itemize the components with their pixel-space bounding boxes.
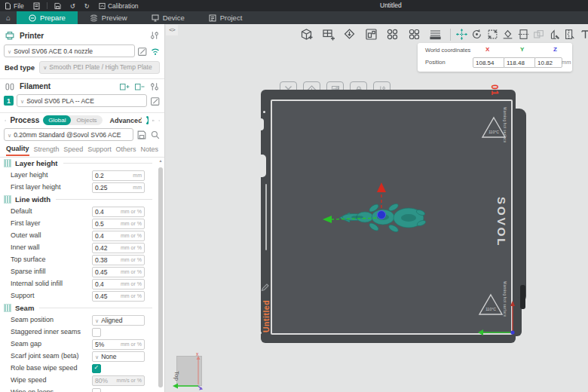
tab-preview[interactable]: Preview: [78, 11, 139, 24]
gizmo-y-arrow[interactable]: [323, 216, 332, 223]
seam-paint-icon[interactable]: [563, 28, 576, 41]
compare-presets-icon[interactable]: [158, 115, 160, 126]
process-tab-notes[interactable]: Notes: [140, 144, 158, 155]
filament-slot-badge[interactable]: 1: [4, 96, 14, 106]
param-row: Seam gap5%mm or %: [0, 338, 157, 350]
text-tool-icon[interactable]: [579, 28, 588, 41]
merge-icon[interactable]: [532, 28, 545, 41]
process-tab-strength[interactable]: Strength: [33, 144, 59, 155]
lay-on-face-icon[interactable]: [501, 28, 514, 41]
select-input[interactable]: None: [92, 351, 145, 362]
split-to-objects-icon[interactable]: [385, 27, 400, 41]
split-to-parts-icon[interactable]: [407, 27, 421, 41]
filament-settings-icon[interactable]: [149, 81, 160, 92]
checkbox[interactable]: [92, 328, 101, 337]
section-icon: [4, 195, 11, 204]
auto-orient-icon[interactable]: [342, 27, 357, 41]
input-unit: mm/s or %: [117, 378, 142, 383]
calibration-menu[interactable]: Calibration: [94, 0, 143, 11]
bed-type-select[interactable]: Smooth PEI Plate / High Temp Plate: [39, 61, 160, 74]
value-input[interactable]: 0.45mm or %: [92, 291, 145, 302]
model-object[interactable]: [320, 179, 433, 247]
save-preset-icon[interactable]: [136, 130, 147, 140]
param-row: Support0.45mm or %: [0, 289, 157, 302]
edit-printer-icon[interactable]: [137, 46, 148, 57]
value-input[interactable]: 0.4mm or %: [92, 279, 145, 289]
tab-prepare[interactable]: Prepare: [17, 11, 78, 24]
dropdown-caret-icon: [95, 317, 101, 324]
parameter-scrollbar[interactable]: ▲: [158, 158, 164, 390]
file-menu[interactable]: File: [0, 0, 29, 11]
value-input[interactable]: 0.25mm: [92, 182, 145, 193]
plate-screw-dot: [263, 111, 265, 113]
collapse-panel-button[interactable]: <>: [166, 25, 178, 35]
position-z-input[interactable]: 10.82: [534, 57, 562, 68]
value-input[interactable]: 0.38mm or %: [92, 255, 145, 265]
process-tab-support[interactable]: Support: [87, 144, 112, 155]
support-paint-icon[interactable]: [548, 28, 561, 41]
process-tab-others[interactable]: Others: [116, 144, 136, 155]
process-preset-select[interactable]: 0.20mm Standard @Sovol SV06 ACE: [4, 128, 133, 141]
position-x-input[interactable]: 108.54: [473, 57, 505, 68]
plate-clip-notch: [259, 118, 264, 130]
add-filament-icon[interactable]: [119, 81, 130, 92]
viewport-3d[interactable]: <> World coordinates X Y Z Position 108.…: [165, 24, 588, 392]
input-unit: mm or %: [121, 209, 142, 214]
process-tab-quality[interactable]: Quality: [6, 143, 29, 156]
search-preset-icon[interactable]: [150, 130, 161, 140]
redo-button[interactable]: ↻: [80, 0, 94, 11]
plate-name-label[interactable]: Untitled: [262, 300, 271, 332]
position-y-input[interactable]: 118.48: [504, 57, 536, 68]
notes-button[interactable]: [29, 0, 44, 11]
printer-settings-icon[interactable]: [149, 30, 160, 41]
edit-filament-icon[interactable]: [150, 96, 161, 106]
input-unit: mm or %: [121, 341, 142, 347]
tab-device[interactable]: Device: [139, 11, 197, 24]
rotate-tool-icon[interactable]: [470, 28, 483, 41]
printer-preset-select[interactable]: Sovol SV06 ACE 0.4 nozzle: [4, 44, 135, 57]
value-input[interactable]: 5%mm or %: [92, 339, 145, 350]
value-input[interactable]: 0.5mm or %: [92, 219, 145, 229]
scroll-up-icon[interactable]: ▲: [158, 158, 164, 163]
process-scope-toggle[interactable]: Global Objects: [43, 115, 102, 125]
add-plate-icon[interactable]: [321, 27, 335, 41]
value-input[interactable]: 80%mm/s or %: [92, 375, 145, 386]
scope-objects[interactable]: Objects: [71, 117, 102, 124]
section-title: Layer height: [15, 159, 58, 167]
param-table-icon[interactable]: [152, 115, 154, 126]
scrollbar-thumb[interactable]: [158, 167, 163, 387]
scale-tool-icon[interactable]: [486, 28, 499, 41]
cut-tool-icon[interactable]: [517, 28, 530, 41]
process-tab-speed[interactable]: Speed: [63, 144, 83, 155]
select-input[interactable]: Aligned: [92, 315, 145, 326]
value-input[interactable]: 0.4mm or %: [92, 207, 145, 217]
section-header-seam[interactable]: Seam: [0, 302, 157, 314]
gizmo-x-arrow[interactable]: [377, 182, 386, 192]
home-button[interactable]: ⌂: [0, 11, 17, 24]
param-row: Seam positionAligned: [0, 314, 157, 326]
add-object-icon[interactable]: [299, 27, 314, 41]
tab-project[interactable]: Project: [197, 11, 255, 24]
value-input[interactable]: 0.2mm: [92, 170, 145, 181]
printer-icon: [5, 30, 15, 41]
undo-button[interactable]: ↺: [66, 0, 80, 11]
rename-plate-icon[interactable]: [260, 283, 270, 292]
checkbox[interactable]: [92, 364, 101, 373]
variable-layer-height-icon[interactable]: [428, 27, 443, 41]
gizmo-z-handle[interactable]: [378, 211, 386, 219]
filament-preset-select[interactable]: Sovol SV06 PLA -- ACE: [17, 94, 147, 107]
scope-global[interactable]: Global: [43, 115, 71, 125]
wifi-icon[interactable]: [150, 46, 161, 57]
save-button[interactable]: [50, 0, 66, 11]
section-header-line-width[interactable]: Line width: [0, 193, 157, 205]
input-value: 0.2: [95, 172, 104, 179]
value-input[interactable]: 0.45mm or %: [92, 267, 145, 277]
move-tool-icon[interactable]: [455, 28, 468, 41]
advanced-toggle[interactable]: [146, 116, 149, 124]
value-input[interactable]: 0.42mm or %: [92, 243, 145, 253]
remove-filament-icon[interactable]: [134, 81, 145, 92]
value-input[interactable]: 0.4mm or %: [92, 231, 145, 241]
checkbox[interactable]: [92, 388, 101, 392]
section-header-layer-height[interactable]: Layer height: [0, 157, 157, 169]
arrange-icon[interactable]: [364, 27, 378, 41]
